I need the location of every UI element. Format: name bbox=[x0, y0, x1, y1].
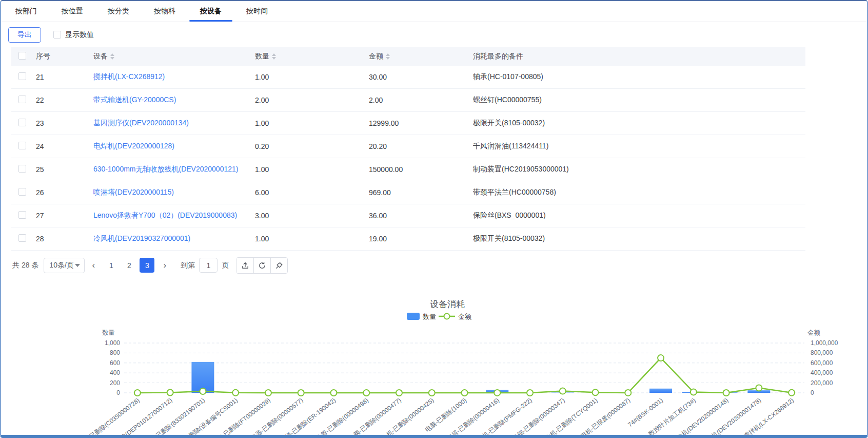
line-marker-11[interactable] bbox=[462, 390, 468, 396]
goto-page-input[interactable] bbox=[199, 258, 218, 273]
cell-index: 28 bbox=[36, 235, 93, 243]
cell-device-link[interactable]: 电焊机(DEV2020000128) bbox=[93, 142, 255, 151]
cell-device-link[interactable]: 630-1000mm无轴收放线机(DEV2020000121) bbox=[93, 165, 255, 174]
page-size-select[interactable]: 10条/页 bbox=[44, 258, 85, 273]
tab-1[interactable]: 按部门 bbox=[3, 1, 49, 22]
line-marker-4[interactable] bbox=[232, 390, 239, 396]
row-checkbox[interactable] bbox=[18, 165, 26, 173]
line-marker-9[interactable] bbox=[396, 390, 402, 396]
cell-part: 千风润滑油(113424411) bbox=[473, 142, 805, 151]
row-checkbox[interactable] bbox=[18, 96, 26, 103]
line-marker-13[interactable] bbox=[527, 390, 533, 396]
row-checkbox[interactable] bbox=[18, 188, 26, 196]
row-checkbox[interactable] bbox=[18, 211, 26, 219]
export-icon[interactable] bbox=[236, 258, 253, 273]
tab-3[interactable]: 按分类 bbox=[95, 1, 142, 22]
page-number-1[interactable]: 1 bbox=[104, 258, 119, 273]
cell-device-link[interactable]: 喷淋塔(DEV2020000115) bbox=[93, 188, 255, 197]
svg-text:800: 800 bbox=[110, 349, 120, 356]
row-checkbox-cell[interactable] bbox=[11, 234, 36, 243]
line-marker-16[interactable] bbox=[625, 390, 631, 396]
select-all-checkbox[interactable] bbox=[18, 52, 26, 60]
line-marker-10[interactable] bbox=[429, 390, 435, 396]
line-marker-12[interactable] bbox=[494, 390, 500, 396]
refresh-icon[interactable] bbox=[253, 258, 270, 273]
sort-icon[interactable] bbox=[272, 51, 276, 62]
cell-device-link[interactable]: 基因测序仪(DEV2020000134) bbox=[93, 119, 255, 128]
col-header-device[interactable]: 设备 bbox=[93, 51, 255, 62]
col-header-index: 序号 bbox=[36, 52, 93, 61]
bar-17[interactable] bbox=[649, 389, 672, 393]
table-row: 25630-1000mm无轴收放线机(DEV2020000121)1.00150… bbox=[11, 158, 805, 181]
sort-icon[interactable] bbox=[386, 51, 390, 62]
cell-quantity: 2.00 bbox=[255, 96, 369, 104]
line-marker-19[interactable] bbox=[723, 390, 729, 396]
svg-text:1,000,000: 1,000,000 bbox=[811, 339, 838, 347]
cell-device-link[interactable]: 冷风机(DEV20190327000001) bbox=[93, 234, 255, 243]
row-checkbox-cell[interactable] bbox=[11, 211, 36, 220]
cell-part: 轴承(HC-0107-00805) bbox=[473, 72, 805, 82]
chart-legend[interactable]: 数量金额 bbox=[407, 313, 471, 320]
header-checkbox-cell[interactable] bbox=[11, 52, 36, 61]
cell-device-link[interactable]: 搅拌机(LX-CX268912) bbox=[93, 72, 255, 82]
pagination-bar: 共 28 条 10条/页 ‹ 123 › 到第 页 bbox=[1, 251, 867, 280]
row-checkbox[interactable] bbox=[18, 119, 26, 126]
cell-amount: 20.20 bbox=[369, 142, 473, 150]
row-checkbox[interactable] bbox=[18, 72, 26, 80]
cell-amount: 12999.00 bbox=[369, 119, 473, 127]
cell-amount: 36.00 bbox=[369, 212, 473, 220]
svg-text:200: 200 bbox=[110, 379, 120, 387]
row-checkbox-cell[interactable] bbox=[11, 142, 36, 151]
next-page-button[interactable]: › bbox=[156, 260, 173, 271]
page-number-3[interactable]: 3 bbox=[140, 258, 154, 273]
line-marker-6[interactable] bbox=[298, 390, 304, 396]
chart-area: 设备消耗数量金额数量金额1,0001,000,000800800,0006006… bbox=[1, 280, 867, 438]
svg-text:600: 600 bbox=[110, 359, 120, 367]
pin-icon[interactable] bbox=[270, 258, 287, 273]
cell-quantity: 6.00 bbox=[255, 188, 369, 197]
cell-quantity: 1.00 bbox=[255, 235, 369, 243]
row-checkbox-cell[interactable] bbox=[11, 119, 36, 128]
line-marker-21[interactable] bbox=[788, 390, 795, 396]
tab-2[interactable]: 按位置 bbox=[49, 1, 95, 22]
line-marker-1[interactable] bbox=[134, 390, 141, 396]
col-header-quantity[interactable]: 数量 bbox=[255, 51, 369, 62]
line-marker-20[interactable] bbox=[756, 385, 762, 391]
svg-text:金额: 金额 bbox=[458, 313, 471, 320]
col-header-amount[interactable]: 金额 bbox=[369, 51, 473, 62]
tab-6[interactable]: 按时间 bbox=[234, 1, 280, 22]
svg-text:400: 400 bbox=[110, 369, 120, 376]
page-number-2[interactable]: 2 bbox=[122, 258, 136, 273]
row-checkbox-cell[interactable] bbox=[11, 96, 36, 105]
line-marker-5[interactable] bbox=[265, 390, 271, 396]
row-checkbox-cell[interactable] bbox=[11, 165, 36, 174]
tab-4[interactable]: 按物料 bbox=[142, 1, 188, 22]
row-checkbox-cell[interactable] bbox=[11, 188, 36, 197]
table-row: 22带式输送机(GY-20000CS)2.002.00螺丝钉(HC0000075… bbox=[11, 89, 805, 112]
svg-text:1,000: 1,000 bbox=[105, 339, 120, 347]
line-marker-14[interactable] bbox=[560, 388, 566, 394]
row-checkbox-cell[interactable] bbox=[11, 72, 36, 82]
cell-device-link[interactable]: Lenovo拯救者Y700（02）(DEV2019000083) bbox=[93, 211, 255, 220]
table-row: 24电焊机(DEV2020000128)0.2020.20千风润滑油(11342… bbox=[11, 135, 805, 158]
row-checkbox[interactable] bbox=[18, 234, 26, 242]
line-marker-3[interactable] bbox=[200, 388, 206, 394]
table-body: 21搅拌机(LX-CX268912)1.0030.00轴承(HC-0107-00… bbox=[11, 66, 805, 251]
prev-page-button[interactable]: ‹ bbox=[85, 260, 102, 271]
line-marker-8[interactable] bbox=[363, 390, 369, 396]
line-marker-17[interactable] bbox=[658, 355, 664, 361]
tab-5[interactable]: 按设备 bbox=[188, 1, 234, 22]
goto-suffix-label: 页 bbox=[222, 261, 229, 270]
line-marker-18[interactable] bbox=[691, 389, 697, 395]
line-marker-2[interactable] bbox=[167, 390, 173, 396]
sort-icon[interactable] bbox=[110, 51, 114, 62]
show-values-checkbox-group[interactable]: 显示数值 bbox=[53, 30, 94, 40]
row-checkbox[interactable] bbox=[18, 142, 26, 149]
line-marker-15[interactable] bbox=[593, 389, 599, 395]
svg-text:0: 0 bbox=[116, 389, 120, 396]
line-marker-7[interactable] bbox=[330, 390, 337, 396]
show-values-checkbox[interactable] bbox=[53, 31, 61, 39]
export-button[interactable]: 导出 bbox=[8, 27, 41, 43]
cell-device-link[interactable]: 带式输送机(GY-20000CS) bbox=[93, 96, 255, 105]
cell-index: 21 bbox=[36, 73, 93, 81]
